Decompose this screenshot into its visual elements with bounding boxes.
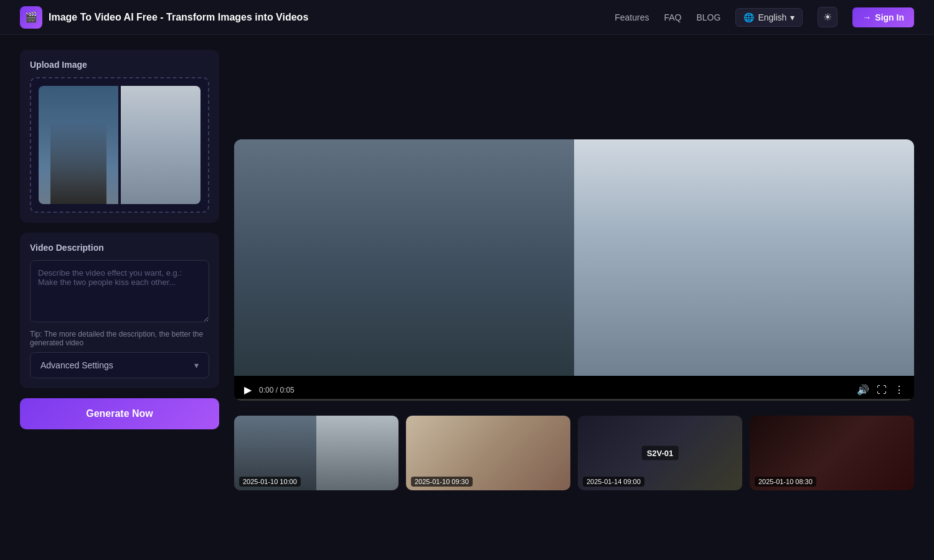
thumb-timestamp-1: 2025-01-10 10:00 [239,477,301,487]
navbar: 🎬 Image To Video AI Free - Transform Ima… [0,0,934,35]
thumb-right [316,416,399,490]
chevron-down-icon: ▾ [194,360,199,370]
time-current: 0:00 [259,386,273,394]
thumbnail-4[interactable]: 2025-01-10 08:30 [750,416,914,490]
faq-link[interactable]: FAQ [664,12,681,22]
chevron-down-icon: ▾ [790,12,795,22]
description-section: Video Description Tip: The more detailed… [20,233,219,388]
image-preview [39,86,200,204]
video-player: ▶ 0:00 / 0:05 🔊 ⛶ ⋮ [234,139,914,401]
language-label: English [758,12,786,22]
photo-left-preview [39,86,118,204]
signin-label: Sign In [875,12,904,22]
play-button[interactable]: ▶ [244,384,252,396]
signin-icon: → [862,12,871,22]
sun-icon: ☀ [823,11,832,23]
video-composite [234,139,914,376]
video-right-photo [574,139,914,376]
fullscreen-button[interactable]: ⛶ [877,385,887,396]
upload-area[interactable] [30,77,209,213]
advanced-settings-row[interactable]: Advanced Settings ▾ [30,352,209,378]
nav-left: 🎬 Image To Video AI Free - Transform Ima… [20,6,308,29]
nav-right: Features FAQ BLOG 🌐 English ▾ ☀ → Sign I… [615,7,914,27]
advanced-settings-label: Advanced Settings [40,360,113,370]
description-textarea[interactable] [30,260,209,322]
generate-button[interactable]: Generate Now [20,398,219,429]
thumbnail-3[interactable]: S2V-01 2025-01-14 09:00 [578,416,742,490]
more-options-button[interactable]: ⋮ [894,384,904,396]
thumb-badge-3: S2V-01 [642,446,679,460]
time-total: 0:05 [280,386,294,394]
logo-icon: 🎬 [20,6,42,29]
nav-title: Image To Video AI Free - Transform Image… [49,12,308,23]
theme-toggle-button[interactable]: ☀ [818,7,837,27]
description-label: Video Description [30,243,209,253]
left-panel: Upload Image Video Description Tip: The … [20,50,219,543]
video-left-photo [234,139,574,376]
blog-link[interactable]: BLOG [697,12,721,22]
upload-section: Upload Image [20,50,219,223]
thumb-timestamp-3: 2025-01-14 09:00 [583,477,644,487]
thumbnail-2[interactable]: 2025-01-10 09:30 [406,416,570,490]
right-panel: ▶ 0:00 / 0:05 🔊 ⛶ ⋮ [234,50,914,543]
thumb-timestamp-4: 2025-01-10 08:30 [755,477,816,487]
flag-icon: 🌐 [743,12,754,22]
upload-label: Upload Image [30,60,209,70]
time-display: 0:00 / 0:05 [259,386,849,394]
mute-button[interactable]: 🔊 [857,384,869,396]
tip-text: Tip: The more detailed the description, … [30,330,209,347]
video-controls: ▶ 0:00 / 0:05 🔊 ⛶ ⋮ [234,379,914,401]
features-link[interactable]: Features [615,12,649,22]
thumbnail-1[interactable]: 2025-01-10 10:00 [234,416,399,490]
language-button[interactable]: 🌐 English ▾ [735,8,803,27]
signin-button[interactable]: → Sign In [852,7,914,27]
thumb-timestamp-2: 2025-01-10 09:30 [411,477,473,487]
ad-space [234,50,914,124]
photo-right-preview [121,86,200,204]
thumbnails-row: 2025-01-10 10:00 2025-01-10 09:30 S2V-01… [234,416,914,490]
progress-bar-track [234,399,914,401]
main-layout: Upload Image Video Description Tip: The … [0,35,934,558]
